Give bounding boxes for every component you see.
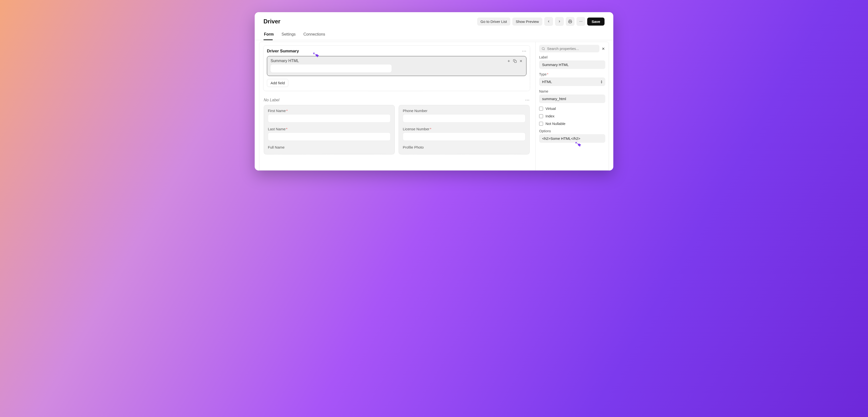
builder-body: ➸ Driver Summary ··· Summary HTML	[259, 42, 609, 171]
prop-label-label: Label	[539, 55, 605, 59]
field-preview-input	[271, 65, 392, 72]
license-input[interactable]	[403, 133, 526, 141]
index-checkbox[interactable]	[539, 114, 543, 118]
first-name-input[interactable]	[268, 114, 391, 123]
properties-panel: ➸ Label Type* HTML ▴▾	[535, 42, 609, 170]
prop-type-label: Type*	[539, 72, 605, 76]
field-label-last-name: Last Name*	[268, 127, 391, 131]
save-button[interactable]: Save	[587, 18, 604, 26]
tab-form[interactable]: Form	[264, 30, 274, 40]
search-box[interactable]	[539, 45, 599, 53]
section-title-nolabel: No Label	[264, 98, 279, 102]
prop-options-input[interactable]	[539, 134, 605, 143]
header-actions: Go to Driver List Show Preview Save	[477, 17, 604, 26]
tab-settings[interactable]: Settings	[281, 30, 296, 40]
add-icon[interactable]	[507, 59, 510, 63]
prop-name-input[interactable]	[539, 95, 605, 103]
chevron-updown-icon: ▴▾	[601, 80, 602, 83]
selected-field-summary-html[interactable]: Summary HTML	[267, 56, 526, 76]
chevron-left-icon	[547, 20, 550, 23]
last-name-input[interactable]	[268, 133, 391, 141]
field-label-license: License Number*	[403, 127, 526, 131]
field-label-photo: Profile Photo	[403, 145, 526, 149]
next-button[interactable]	[555, 17, 564, 26]
close-icon[interactable]	[519, 59, 523, 63]
printer-icon	[568, 20, 572, 23]
section-more-button[interactable]: ···	[525, 97, 530, 103]
close-icon	[601, 47, 605, 51]
chevron-right-icon	[558, 20, 561, 23]
svg-point-3	[582, 21, 582, 22]
page-header: Driver Go to Driver List Show Preview Sa…	[255, 12, 613, 30]
tab-connections[interactable]: Connections	[303, 30, 326, 40]
form-canvas: ➸ Driver Summary ··· Summary HTML	[259, 42, 535, 170]
tabs: Form Settings Connections	[255, 30, 613, 40]
more-horizontal-icon	[579, 20, 583, 23]
svg-line-10	[544, 49, 545, 50]
prop-options-label: Options	[539, 129, 605, 133]
virtual-label: Virtual	[546, 106, 556, 111]
prop-name-label: Name	[539, 90, 605, 93]
section-more-button[interactable]: ···	[522, 48, 526, 54]
column-right[interactable]: Phone Number License Number* Profile Pho…	[399, 105, 530, 154]
svg-rect-6	[515, 60, 517, 62]
section-title: Driver Summary	[267, 49, 299, 54]
svg-rect-0	[569, 22, 571, 23]
virtual-checkbox[interactable]	[539, 107, 543, 111]
svg-point-9	[542, 47, 545, 50]
not-nullable-label: Not Nullable	[546, 121, 565, 126]
search-icon	[541, 47, 545, 51]
index-label: Index	[546, 114, 555, 118]
search-input[interactable]	[547, 46, 597, 51]
field-label-full-name: Full Name	[268, 145, 391, 149]
svg-point-2	[581, 21, 581, 22]
prop-type-select[interactable]: HTML ▴▾	[539, 77, 605, 86]
print-button[interactable]	[566, 17, 575, 26]
selected-field-label: Summary HTML	[271, 59, 299, 63]
show-preview-button[interactable]: Show Preview	[512, 18, 542, 26]
phone-input[interactable]	[403, 114, 526, 123]
go-to-list-button[interactable]: Go to Driver List	[477, 18, 510, 26]
copy-icon[interactable]	[513, 59, 517, 63]
prev-button[interactable]	[544, 17, 553, 26]
section-no-label[interactable]: No Label ··· First Name* Last Name*	[263, 95, 530, 154]
add-field-button[interactable]: Add field	[267, 79, 288, 87]
prop-label-input[interactable]	[539, 60, 605, 69]
section-driver-summary[interactable]: ➸ Driver Summary ··· Summary HTML	[263, 45, 530, 91]
more-button[interactable]	[577, 17, 585, 26]
app-window: Driver Go to Driver List Show Preview Sa…	[255, 12, 613, 171]
svg-point-1	[580, 21, 580, 22]
not-nullable-checkbox[interactable]	[539, 122, 543, 126]
page-title: Driver	[264, 18, 280, 25]
close-panel-button[interactable]	[601, 47, 605, 51]
field-label-first-name: First Name*	[268, 109, 391, 113]
prop-type-value: HTML	[542, 80, 552, 84]
column-left[interactable]: First Name* Last Name* Full Name	[264, 105, 395, 154]
field-label-phone: Phone Number	[403, 109, 526, 113]
